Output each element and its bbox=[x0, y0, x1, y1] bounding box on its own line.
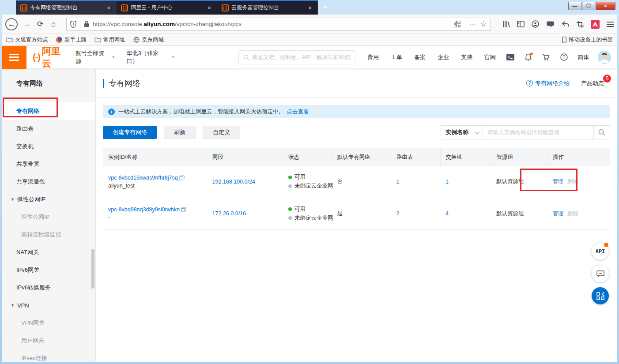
region-dropdown[interactable]: 华北3（张家口）▼ bbox=[127, 49, 175, 65]
chat-icon[interactable] bbox=[546, 21, 555, 28]
tab-close-icon[interactable]: × bbox=[105, 4, 113, 11]
bookmark-getting-started[interactable]: 新手上路 bbox=[56, 36, 87, 44]
notifications-bell-icon[interactable] bbox=[525, 53, 532, 61]
minimize-button[interactable]: — bbox=[568, 2, 581, 10]
api-floating-button[interactable]: API bbox=[592, 243, 609, 260]
url-bar[interactable]: https://vpc.console.aliyun.com/vpc/cn-zh… bbox=[66, 18, 491, 31]
copy-icon[interactable] bbox=[179, 175, 185, 180]
sidebar-item-monitoring[interactable]: 高精度秒级监控 bbox=[2, 226, 95, 244]
sidebar-item-vpn-gateway[interactable]: VPN网关 bbox=[2, 314, 95, 332]
instance-name-search-input[interactable] bbox=[483, 129, 593, 135]
customize-button[interactable]: 自定义 bbox=[203, 126, 240, 139]
console-menu-button[interactable] bbox=[2, 46, 26, 69]
topnav-billing[interactable]: 费用 bbox=[367, 53, 379, 61]
promo-view-link[interactable]: 点击查看 bbox=[287, 108, 309, 116]
browser-tab-user-center[interactable]: (-) 阿里云 - 用户中心 × bbox=[117, 1, 217, 15]
col-resource-group: 资源组 bbox=[491, 148, 547, 166]
mobile-bookmarks[interactable]: 移动设备上的书签 bbox=[562, 36, 613, 44]
action-bar: 创建专有网络 刷新 自定义 实例名称 bbox=[103, 125, 610, 139]
switch-count-link[interactable]: 1 bbox=[445, 179, 449, 185]
vpc-id-link[interactable]: vpc-8vbq98nq3d8y9sl0rwhkn bbox=[108, 206, 180, 213]
console-search-input[interactable] bbox=[252, 54, 351, 60]
browser-tab-vpc[interactable]: (-) 专有网络管理控制台 × bbox=[16, 1, 117, 15]
sidebar-item-vpc[interactable]: 专有网络 bbox=[2, 102, 95, 120]
tab-close-icon[interactable]: × bbox=[306, 4, 314, 11]
bookmark-folder-firefox[interactable]: 火狐官方站点 bbox=[6, 36, 48, 44]
screenshot-crop-icon[interactable] bbox=[577, 21, 584, 28]
aliyun-favicon-icon: (-) bbox=[222, 4, 229, 11]
bookmark-folder-common[interactable]: 常用网址 bbox=[94, 36, 125, 44]
topnav-enterprise[interactable]: 企业 bbox=[438, 53, 449, 61]
feedback-floating-button[interactable] bbox=[592, 265, 609, 282]
create-vpc-button[interactable]: 创建专有网络 bbox=[103, 126, 157, 139]
bookmark-label: 京东商城 bbox=[142, 36, 164, 44]
bookmark-star-icon[interactable]: ☆ bbox=[480, 19, 487, 29]
tab-close-icon[interactable]: × bbox=[205, 4, 213, 11]
refresh-button[interactable]: 刷新 bbox=[164, 126, 196, 139]
cidr-link[interactable]: 192.168.100.0/24 bbox=[212, 179, 255, 185]
product-news-link[interactable]: 产品动态 5 bbox=[581, 79, 604, 87]
console-search-box[interactable] bbox=[238, 50, 355, 64]
help-icon[interactable]: ? bbox=[560, 53, 568, 61]
reload-button[interactable]: ⟳ bbox=[34, 18, 47, 31]
promo-banner: i 一站式上云解决方案，加电就上阿里云，智能接入网关火热预定中。 点击查看 bbox=[103, 105, 610, 118]
sidebar-item-customer-gateway[interactable]: 用户网关 bbox=[2, 332, 95, 349]
manage-link[interactable]: 管理 bbox=[552, 210, 563, 217]
home-button[interactable]: ⌂ bbox=[47, 18, 60, 31]
sidebar-item-ipv6-translation[interactable]: IPv6转换服务 bbox=[2, 279, 95, 296]
sidebar-item-ipv6-gateway[interactable]: IPv6网关 bbox=[2, 261, 95, 279]
cloudshell-icon[interactable] bbox=[506, 54, 514, 60]
account-scope-dropdown[interactable]: 账号全部资源▼ bbox=[75, 49, 115, 65]
cidr-link[interactable]: 172.26.0.0/16 bbox=[212, 210, 246, 217]
account-icon[interactable] bbox=[532, 20, 539, 28]
language-switch[interactable]: 简体 bbox=[577, 53, 589, 61]
forward-button[interactable]: → bbox=[20, 18, 34, 31]
extension-red-icon[interactable] bbox=[591, 20, 600, 29]
sidebar-toggle-icon[interactable] bbox=[517, 21, 525, 27]
topnav-tickets[interactable]: 工单 bbox=[391, 53, 402, 61]
sidebar-group-eip[interactable]: ▼弹性公网IP bbox=[2, 191, 95, 208]
page-actions-icon[interactable]: ··· bbox=[465, 21, 476, 28]
user-avatar[interactable] bbox=[598, 51, 611, 64]
sidebar-item-ipsec[interactable]: IPsec连接 bbox=[2, 349, 95, 364]
menu-hamburger-icon[interactable] bbox=[607, 22, 614, 27]
bookmark-jd[interactable]: 京东商城 bbox=[133, 36, 164, 44]
vpc-id-link[interactable]: vpc-8vbcd15kwds9nfhr8j7sq bbox=[108, 175, 178, 181]
chevron-down-icon: ▼ bbox=[112, 55, 115, 59]
back-button[interactable]: ← bbox=[5, 18, 18, 30]
route-table-count-link[interactable]: 2 bbox=[396, 210, 400, 217]
close-window-button[interactable]: × bbox=[596, 2, 615, 10]
cart-icon[interactable] bbox=[542, 54, 550, 61]
vpc-intro-link[interactable]: ? 专有网络介绍 bbox=[526, 79, 570, 87]
filter-type-dropdown[interactable]: 实例名称 bbox=[441, 125, 483, 139]
sidebar-item-shared-bandwidth[interactable]: 共享带宽 bbox=[2, 155, 95, 173]
aliyun-logo[interactable]: (-) 阿里云 bbox=[33, 45, 69, 70]
switch-count-link[interactable]: 4 bbox=[445, 210, 449, 217]
topnav-website[interactable]: 官网 bbox=[484, 53, 496, 61]
topnav-support[interactable]: 支持 bbox=[461, 53, 472, 61]
sidebar-item-route-tables[interactable]: 路由表 bbox=[2, 120, 95, 138]
sidebar-item-eip[interactable]: 弹性公网IP bbox=[2, 208, 95, 226]
new-tab-button[interactable]: + bbox=[318, 0, 333, 15]
sidebar-item-nat-gateway[interactable]: NAT网关 bbox=[2, 244, 95, 261]
delete-link[interactable]: 删除 bbox=[567, 210, 578, 217]
sidebar-scrollbar[interactable] bbox=[91, 249, 94, 289]
qr-code-icon[interactable] bbox=[454, 21, 460, 27]
library-icon[interactable] bbox=[502, 21, 510, 28]
sidebar-item-vswitch[interactable]: 交换机 bbox=[2, 138, 95, 155]
topnav-icp[interactable]: 备案 bbox=[414, 53, 426, 61]
apps-floating-button[interactable] bbox=[592, 287, 609, 304]
delete-link[interactable]: 删除 bbox=[567, 178, 578, 184]
sidebar-group-vpn[interactable]: ▼VPN bbox=[2, 296, 95, 314]
undo-icon[interactable] bbox=[562, 21, 570, 27]
route-table-count-link[interactable]: 1 bbox=[396, 179, 400, 185]
maximize-button[interactable]: ❐ bbox=[582, 2, 595, 10]
shield-icon[interactable] bbox=[70, 21, 76, 28]
copy-icon[interactable] bbox=[181, 207, 186, 212]
url-text[interactable]: https://vpc.console.aliyun.com/vpc/cn-zh… bbox=[93, 21, 449, 27]
sidebar-item-data-plan[interactable]: 共享流量包 bbox=[2, 173, 95, 191]
browser-window: (-) 专有网络管理控制台 × (-) 阿里云 - 用户中心 × (-) 云服务… bbox=[0, 0, 619, 364]
search-submit-button[interactable] bbox=[593, 125, 610, 139]
manage-link[interactable]: 管理 bbox=[552, 178, 563, 184]
browser-tab-ecs[interactable]: (-) 云服务器管理控制台 × bbox=[217, 1, 318, 15]
